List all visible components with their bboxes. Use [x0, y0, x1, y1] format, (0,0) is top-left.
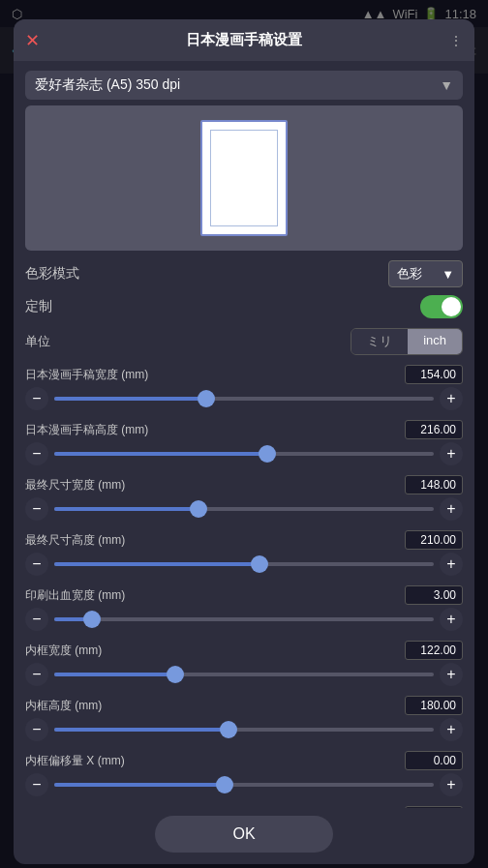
slider-value-8[interactable]: 0.00: [405, 806, 463, 808]
slider-thumb-6[interactable]: [220, 721, 237, 738]
slider-plus-btn-3[interactable]: +: [440, 553, 463, 576]
slider-minus-btn-0[interactable]: −: [25, 387, 48, 410]
slider-label-4: 印刷出血宽度 (mm): [25, 587, 125, 604]
slider-fields: 日本漫画手稿宽度 (mm) 154.00 − + 日本漫画手稿高度 (mm) 2…: [25, 365, 463, 808]
slider-row-6: 内框高度 (mm) 180.00 − +: [25, 696, 463, 741]
toggle-knob: [442, 297, 461, 316]
slider-thumb-5[interactable]: [167, 666, 184, 683]
slider-track-0[interactable]: [54, 397, 434, 401]
color-mode-value: 色彩: [397, 265, 422, 283]
slider-thumb-1[interactable]: [259, 445, 276, 463]
slider-plus-btn-5[interactable]: +: [440, 663, 463, 686]
slider-row-5: 内框宽度 (mm) 122.00 − +: [25, 641, 463, 686]
color-mode-select[interactable]: 色彩 ▼: [388, 260, 463, 287]
unit-row: 单位 ミリ inch: [25, 328, 463, 355]
unit-buttons: ミリ inch: [351, 328, 463, 355]
dialog-content: 色彩模式 色彩 ▼ 定制 单位 ミリ inch 日本漫画手稿宽度 (mm) 15: [14, 256, 474, 808]
slider-thumb-7[interactable]: [216, 776, 233, 793]
slider-row-1: 日本漫画手稿高度 (mm) 216.00 − +: [25, 420, 463, 465]
slider-controls-3: − +: [25, 553, 463, 576]
dialog-title: 日本漫画手稿设置: [186, 31, 302, 49]
slider-thumb-0[interactable]: [198, 390, 215, 407]
slider-track-2[interactable]: [54, 507, 434, 511]
slider-plus-btn-0[interactable]: +: [440, 387, 463, 410]
slider-row-0: 日本漫画手稿宽度 (mm) 154.00 − +: [25, 365, 463, 410]
slider-minus-btn-5[interactable]: −: [25, 663, 48, 686]
unit-inch-button[interactable]: inch: [408, 329, 462, 354]
color-mode-chevron-icon: ▼: [442, 267, 454, 282]
slider-thumb-4[interactable]: [83, 611, 101, 628]
custom-toggle[interactable]: [420, 295, 463, 318]
ok-btn-row: OK: [14, 808, 474, 864]
slider-controls-6: − +: [25, 718, 463, 741]
slider-value-2[interactable]: 148.00: [405, 475, 463, 494]
slider-minus-btn-4[interactable]: −: [25, 608, 48, 631]
slider-value-0[interactable]: 154.00: [405, 365, 463, 384]
slider-minus-btn-1[interactable]: −: [25, 442, 48, 465]
custom-label: 定制: [25, 298, 52, 315]
slider-label-8: 内框偏移量 Y (mm): [25, 808, 124, 809]
slider-plus-btn-2[interactable]: +: [440, 497, 463, 521]
slider-plus-btn-1[interactable]: +: [440, 442, 463, 465]
slider-controls-5: − +: [25, 663, 463, 686]
slider-track-4[interactable]: [54, 617, 434, 621]
slider-row-7: 内框偏移量 X (mm) 0.00 − +: [25, 751, 463, 796]
preview-area: [25, 105, 463, 251]
slider-value-7[interactable]: 0.00: [405, 751, 463, 770]
slider-label-1: 日本漫画手稿高度 (mm): [25, 422, 148, 438]
slider-fill-0: [54, 397, 206, 401]
dialog: ✕ 日本漫画手稿设置 ⋮ 爱好者杂志 (A5) 350 dpi ▼ 色彩模式 色…: [14, 19, 474, 864]
slider-label-2: 最终尺寸宽度 (mm): [25, 477, 125, 494]
slider-track-1[interactable]: [54, 452, 434, 456]
slider-label-row-5: 内框宽度 (mm) 122.00: [25, 641, 463, 660]
slider-value-3[interactable]: 210.00: [405, 530, 463, 550]
slider-track-6[interactable]: [54, 728, 434, 732]
preset-chevron-icon: ▼: [440, 77, 453, 93]
preset-selector[interactable]: 爱好者杂志 (A5) 350 dpi ▼: [25, 71, 463, 100]
slider-controls-4: − +: [25, 608, 463, 631]
unit-label: 单位: [25, 333, 50, 350]
slider-minus-btn-2[interactable]: −: [25, 497, 48, 521]
slider-plus-btn-4[interactable]: +: [440, 608, 463, 631]
slider-fill-7: [54, 783, 225, 787]
header-icons: ⋮: [449, 33, 463, 48]
slider-label-0: 日本漫画手稿宽度 (mm): [25, 367, 148, 383]
slider-row-2: 最终尺寸宽度 (mm) 148.00 − +: [25, 475, 463, 521]
slider-value-4[interactable]: 3.00: [405, 585, 463, 605]
ok-button[interactable]: OK: [155, 816, 332, 853]
slider-thumb-2[interactable]: [190, 500, 207, 518]
dialog-header: ✕ 日本漫画手稿设置 ⋮: [14, 19, 474, 61]
unit-mm-button[interactable]: ミリ: [351, 329, 408, 354]
slider-fill-1: [54, 452, 267, 456]
slider-track-5[interactable]: [54, 673, 434, 676]
slider-label-row-6: 内框高度 (mm) 180.00: [25, 696, 463, 715]
slider-minus-btn-6[interactable]: −: [25, 718, 48, 741]
slider-value-6[interactable]: 180.00: [405, 696, 463, 715]
slider-label-row-2: 最终尺寸宽度 (mm) 148.00: [25, 475, 463, 494]
slider-minus-btn-7[interactable]: −: [25, 773, 48, 796]
slider-plus-btn-6[interactable]: +: [440, 718, 463, 741]
slider-label-row-1: 日本漫画手稿高度 (mm) 216.00: [25, 420, 463, 439]
slider-controls-7: − +: [25, 773, 463, 796]
slider-label-7: 内框偏移量 X (mm): [25, 753, 125, 769]
slider-plus-btn-7[interactable]: +: [440, 773, 463, 796]
slider-track-7[interactable]: [54, 783, 434, 787]
color-mode-row: 色彩模式 色彩 ▼: [25, 260, 463, 287]
slider-minus-btn-3[interactable]: −: [25, 553, 48, 576]
preset-value: 爱好者杂志 (A5) 350 dpi: [35, 76, 180, 94]
slider-label-6: 内框高度 (mm): [25, 698, 102, 714]
slider-row-3: 最终尺寸高度 (mm) 210.00 − +: [25, 530, 463, 576]
slider-controls-2: − +: [25, 497, 463, 521]
slider-fill-5: [54, 673, 175, 676]
slider-fill-6: [54, 728, 229, 732]
slider-thumb-3[interactable]: [251, 555, 268, 573]
slider-value-5[interactable]: 122.00: [405, 641, 463, 660]
more-icon[interactable]: ⋮: [449, 33, 463, 48]
slider-label-5: 内框宽度 (mm): [25, 643, 102, 659]
slider-label-row-7: 内框偏移量 X (mm) 0.00: [25, 751, 463, 770]
slider-value-1[interactable]: 216.00: [405, 420, 463, 439]
close-button[interactable]: ✕: [25, 30, 40, 51]
slider-track-3[interactable]: [54, 562, 434, 566]
slider-label-row-4: 印刷出血宽度 (mm) 3.00: [25, 585, 463, 605]
slider-fill-2: [54, 507, 198, 511]
